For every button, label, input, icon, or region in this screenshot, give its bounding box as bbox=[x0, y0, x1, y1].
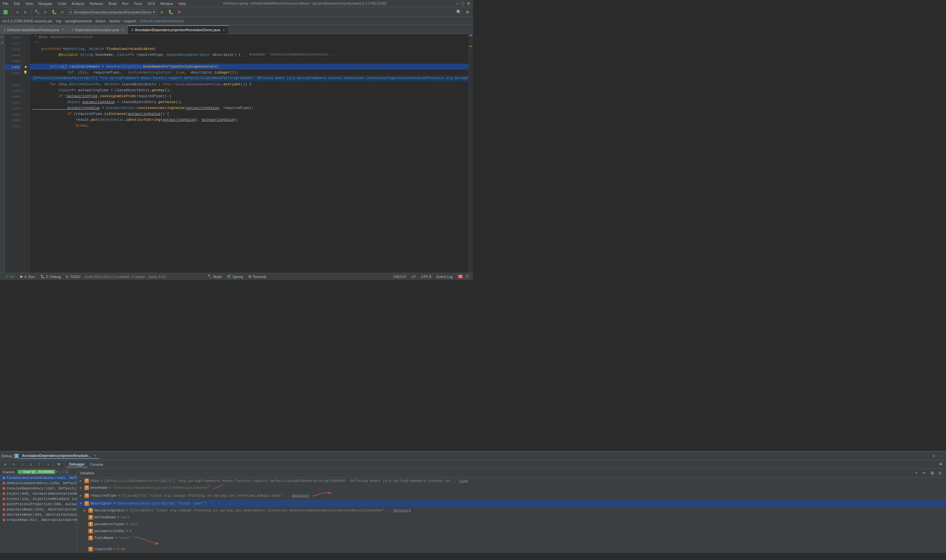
back-button[interactable]: ◁ bbox=[14, 9, 21, 16]
tab-icon-java: J bbox=[4, 28, 6, 32]
line-numbers: 1446 1447 1448 1449 1450 1451 1452 1454 … bbox=[5, 34, 23, 280]
code-line-1456: if (autowiringType.isAssignableFrom(requ… bbox=[30, 93, 468, 99]
translation-icon[interactable]: 英 bbox=[465, 274, 469, 279]
menu-run[interactable]: Run bbox=[122, 2, 128, 6]
status-terminal[interactable]: ⊞ Terminal bbox=[247, 274, 268, 279]
run-config-icon: ▶ bbox=[70, 10, 72, 14]
minimize-button[interactable]: ─ bbox=[456, 1, 459, 6]
close-button[interactable]: ✕ bbox=[467, 1, 470, 6]
stop-button[interactable]: ■ bbox=[176, 9, 183, 16]
menu-vcs[interactable]: VCS bbox=[148, 2, 155, 6]
code-line-1449: @Nullable String beanName, Class<?> requ… bbox=[30, 52, 468, 58]
run-icon: ▶ bbox=[20, 274, 23, 279]
maximize-button[interactable]: □ bbox=[462, 1, 464, 6]
tab-icon-java-2: J bbox=[71, 28, 73, 32]
tab-defaultlistablebeanfactory[interactable]: J DefaultListableBeanFactory.java ✕ bbox=[0, 25, 68, 34]
status-build[interactable]: 🔨 Build bbox=[206, 274, 222, 279]
menu-code[interactable]: Code bbox=[58, 2, 66, 6]
menu-analyze[interactable]: Analyze bbox=[72, 2, 85, 6]
code-line-1458: autowiringValue = AutowireUtils.resolveA… bbox=[30, 105, 468, 111]
menu-window[interactable]: Window bbox=[160, 2, 173, 6]
editor-sidebar: ▶ ⊞ bbox=[0, 34, 5, 280]
run-button[interactable]: ▶ bbox=[42, 9, 49, 16]
notification-icon[interactable]: S bbox=[458, 275, 463, 278]
build-button[interactable]: 🔨 bbox=[34, 9, 41, 16]
tab-icon-java-3: J bbox=[131, 28, 133, 32]
status-todo[interactable]: 6: TODO bbox=[65, 275, 82, 279]
status-encoding[interactable]: LF bbox=[410, 275, 417, 279]
search-everywhere[interactable]: 🔍 bbox=[455, 9, 462, 16]
code-line-1459: if (requiredType.isInstance(autowiringVa… bbox=[30, 111, 468, 117]
code-line-1452: lbf: this, requiredType, includeNonSingl… bbox=[30, 69, 468, 75]
menu-view[interactable]: View bbox=[25, 2, 33, 6]
spring-text: Spring bbox=[233, 275, 243, 279]
right-gutter bbox=[468, 34, 473, 280]
settings-button[interactable]: ⚙ bbox=[464, 9, 471, 16]
editor-area: 1446 1447 1448 1449 1450 1451 1452 1454 … bbox=[5, 34, 473, 280]
tab-label-1: DefaultListableBeanFactory.java bbox=[7, 28, 59, 32]
tab-close-2[interactable]: ✕ bbox=[121, 28, 124, 32]
breadcrumb-beans[interactable]: beans bbox=[96, 19, 105, 23]
lightbulb-icon[interactable]: 💡 bbox=[23, 71, 27, 74]
sidebar-bookmark-icon[interactable]: ⊞ bbox=[1, 41, 3, 45]
tab-annotationdependencyinjection[interactable]: J AnnotationDependencyInjectionResolutio… bbox=[128, 25, 229, 34]
breadcrumb-org[interactable]: org bbox=[56, 19, 62, 23]
breadcrumb-class[interactable]: DefaultListableBeanFactory bbox=[140, 19, 184, 23]
window-controls: ─ □ ✕ bbox=[456, 1, 470, 6]
code-line-1448: protected Map<String, Object> findAutowi… bbox=[30, 46, 468, 52]
forward-button[interactable]: ▷ bbox=[22, 9, 29, 16]
breadcrumb-jar[interactable]: ns-5.2.2.RELEASE-sources.jar bbox=[3, 19, 52, 23]
run-config-run[interactable]: ▶ bbox=[159, 9, 166, 16]
git-icon: ⎇ bbox=[4, 274, 8, 279]
menu-file[interactable]: File bbox=[3, 2, 9, 6]
sidebar-run-icon[interactable]: ▶ bbox=[1, 35, 3, 39]
status-right-icons: S 英 bbox=[456, 274, 470, 279]
coverage-button[interactable]: ▷ bbox=[59, 9, 66, 16]
gutter: ▶ 💡 bbox=[23, 34, 30, 280]
svg-text:I: I bbox=[5, 11, 6, 14]
app-icon: I bbox=[2, 9, 9, 16]
menu-refactor[interactable]: Refactor bbox=[90, 2, 103, 6]
status-git[interactable]: ⎇ Git: bbox=[3, 274, 17, 279]
menu-help[interactable]: Help bbox=[178, 2, 186, 6]
eventlog-text: Event Log bbox=[436, 275, 453, 279]
breadcrumb-springframework[interactable]: springframework bbox=[65, 19, 92, 23]
tab-close-1[interactable]: ✕ bbox=[62, 28, 64, 32]
status-spring[interactable]: 🌿 Spring bbox=[225, 274, 244, 279]
idea-status: IntelliJ IDEA 2022.2.4 available: // Upd… bbox=[85, 275, 203, 279]
status-eventlog[interactable]: Event Log bbox=[435, 275, 454, 279]
spring-label: 🌿 bbox=[226, 274, 231, 279]
build-text: Build bbox=[213, 275, 221, 279]
build-label: 🔨 bbox=[207, 274, 212, 279]
tabs-bar: J DefaultListableBeanFactory.java ✕ J De… bbox=[0, 25, 473, 34]
menu-bar: File Edit View Navigate Code Analyze Ref… bbox=[0, 0, 473, 7]
run-config-name: AnnotationDependencyInjectionResolutionD… bbox=[74, 10, 152, 14]
code-line-1451: String[] candidateNames = BeanFactoryUti… bbox=[30, 64, 468, 69]
code-line-1457: Object autowiringValue = classObjectEntr… bbox=[30, 99, 468, 105]
code-line-1455: Class<?> autowiringType = classObjectEnt… bbox=[30, 87, 468, 93]
run-config-debug[interactable]: 🐛 bbox=[167, 9, 174, 16]
tab-dependencydescriptor[interactable]: J DependencyDescriptor.java ✕ bbox=[68, 25, 128, 34]
breadcrumb: ns-5.2.2.RELEASE-sources.jar › org › spr… bbox=[0, 17, 473, 25]
debug-info-line: [DefaultListableBeanFactory@1717] "org.s… bbox=[30, 75, 468, 82]
menu-navigate[interactable]: Navigate bbox=[38, 2, 52, 6]
code-view: 1446 1447 1448 1449 1450 1451 1452 1454 … bbox=[5, 34, 473, 280]
breadcrumb-support[interactable]: support bbox=[124, 19, 136, 23]
menu-build[interactable]: Build bbox=[109, 2, 117, 6]
status-run[interactable]: ▶ 4: Run bbox=[19, 274, 36, 279]
run-config-dropdown[interactable]: ▶ AnnotationDependencyInjectionResolutio… bbox=[68, 9, 157, 15]
git-label: Git: bbox=[9, 275, 15, 279]
terminal-icon: ⊞ bbox=[248, 274, 251, 279]
code-line-1460: result.put(ObjectUtils.identityToString(… bbox=[30, 117, 468, 123]
status-charset[interactable]: UTF-8 bbox=[420, 275, 433, 279]
tab-close-3[interactable]: ✕ bbox=[222, 28, 225, 32]
current-line-arrow: ▶ bbox=[25, 64, 27, 69]
position-text: 1452:57 bbox=[393, 275, 406, 279]
menu-tools[interactable]: Tools bbox=[134, 2, 142, 6]
status-debug[interactable]: 🐛 5: Debug bbox=[39, 274, 62, 279]
breadcrumb-factory[interactable]: factory bbox=[109, 19, 120, 23]
status-bar: ⎇ Git: ▶ 4: Run 🐛 5: Debug 6: TODO Intel… bbox=[0, 273, 473, 280]
debug-button[interactable]: 🐛 bbox=[51, 9, 58, 16]
code-line-1446: * @see #autowireConstructor bbox=[30, 34, 468, 40]
menu-edit[interactable]: Edit bbox=[14, 2, 20, 6]
